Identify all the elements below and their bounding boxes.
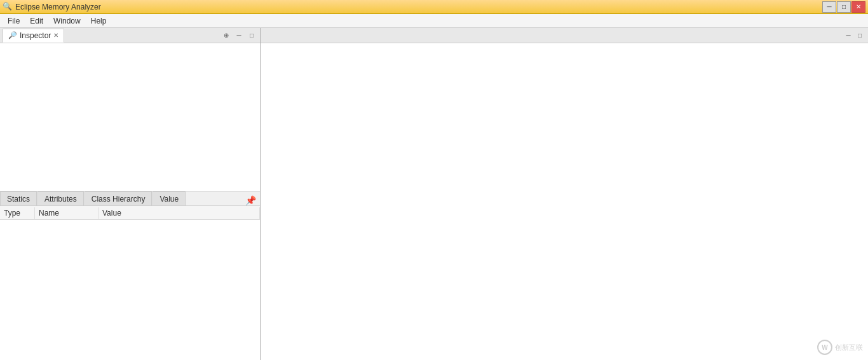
table-body — [0, 220, 260, 360]
col-value-header: Value — [98, 207, 260, 219]
table-header: Type Name Value — [0, 206, 260, 220]
tab-class-hierarchy[interactable]: Class Hierarchy — [85, 191, 153, 205]
watermark-symbol: W — [822, 344, 827, 351]
tab-attributes-label: Attributes — [44, 195, 77, 204]
table-area: Type Name Value — [0, 206, 260, 360]
right-panel-content — [261, 43, 868, 360]
col-name-header: Name — [35, 207, 98, 219]
title-bar: 🔍 Eclipse Memory Analyzer ─ □ ✕ — [0, 0, 868, 14]
app-icon: 🔍 — [3, 2, 13, 12]
tab-attributes[interactable]: Attributes — [37, 191, 84, 205]
inspector-pin-icon[interactable]: ⊕ — [220, 31, 232, 41]
watermark: W 创新互联 — [817, 340, 863, 355]
inspector-tab[interactable]: 🔎 Inspector ✕ — [3, 29, 64, 43]
window-title: Eclipse Memory Analyzer — [15, 3, 101, 11]
tab-pin-icon[interactable]: 📌 — [245, 195, 260, 205]
tab-row: Statics Attributes Class Hierarchy Value… — [0, 191, 260, 206]
menu-file[interactable]: File — [3, 15, 25, 27]
menu-edit[interactable]: Edit — [25, 15, 48, 27]
tab-statics-label: Statics — [7, 195, 30, 204]
menu-window[interactable]: Window — [48, 15, 86, 27]
watermark-text: 创新互联 — [835, 343, 863, 352]
right-panel-minimize-icon[interactable]: ─ — [843, 31, 854, 41]
left-panel: 🔎 Inspector ✕ ⊕ ─ □ Statics Attributes — [0, 28, 261, 360]
inspector-header-controls: ⊕ ─ □ — [220, 31, 257, 41]
bottom-tabs: Statics Attributes Class Hierarchy Value… — [0, 191, 260, 360]
tab-value[interactable]: Value — [153, 191, 186, 205]
menu-help[interactable]: Help — [86, 15, 112, 27]
tab-value-label: Value — [159, 195, 179, 204]
inspector-content — [0, 43, 260, 191]
inspector-maximize-icon[interactable]: □ — [246, 31, 257, 41]
tab-class-hierarchy-label: Class Hierarchy — [92, 195, 146, 204]
main-area: 🔎 Inspector ✕ ⊕ ─ □ Statics Attributes — [0, 28, 868, 360]
title-bar-controls: ─ □ ✕ — [822, 1, 865, 13]
minimize-button[interactable]: ─ — [822, 1, 836, 13]
inspector-tab-header: 🔎 Inspector ✕ ⊕ ─ □ — [0, 28, 260, 43]
watermark-circle: W — [817, 340, 832, 355]
right-panel-header: ─ □ — [261, 28, 868, 43]
title-bar-left: 🔍 Eclipse Memory Analyzer — [3, 2, 101, 12]
tab-statics[interactable]: Statics — [0, 191, 37, 205]
inspector-close-icon[interactable]: ✕ — [53, 32, 58, 39]
right-panel-maximize-icon[interactable]: □ — [854, 31, 865, 41]
right-panel: ─ □ W 创新互联 — [261, 28, 868, 360]
restore-button[interactable]: □ — [837, 1, 851, 13]
inspector-icon: 🔎 — [8, 31, 17, 39]
inspector-tab-label: Inspector — [20, 31, 51, 40]
col-type-header: Type — [0, 207, 35, 219]
menu-bar: File Edit Window Help — [0, 14, 868, 28]
inspector-minimize-icon[interactable]: ─ — [233, 31, 245, 41]
close-button[interactable]: ✕ — [851, 1, 865, 13]
